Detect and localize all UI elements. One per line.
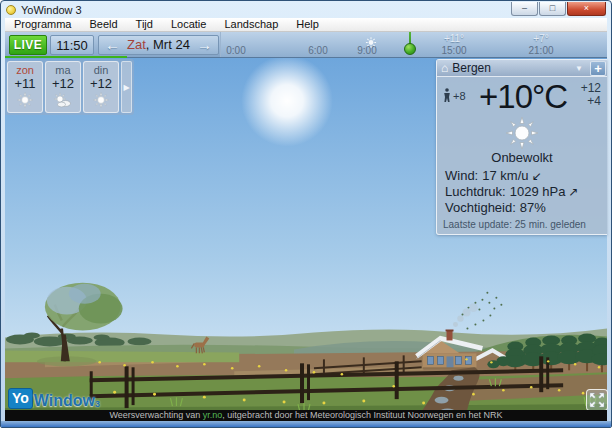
app-icon: [6, 5, 16, 15]
tick-2100: 21:00: [528, 45, 553, 56]
last-update: Laatste update: 25 min. geleden: [437, 216, 607, 234]
logo-version: 3: [95, 400, 100, 409]
sun-icon: [8, 91, 42, 109]
temperature-block: +8 +10°C +12 +4: [437, 77, 607, 114]
expand-arrows-icon: [589, 392, 605, 408]
date-weekday: Zat: [127, 37, 146, 52]
prev-day-arrow[interactable]: ←: [105, 36, 120, 54]
day-temp: +12: [46, 76, 80, 91]
add-location-button[interactable]: +: [590, 61, 606, 76]
condition-text: Onbewolkt: [437, 150, 607, 166]
time-slider-track[interactable]: 0:00 6:00 9:00 15:00 21:00 +11° +7°: [220, 32, 607, 57]
day-name: din: [84, 64, 118, 76]
timeline-temp-21h: +7°: [533, 33, 548, 44]
menu-bar: Programma Beeld Tijd Locatie Landschap H…: [5, 18, 607, 32]
timeline-temp-15h: +11°: [444, 33, 464, 44]
pressure-row: Luchtdruk:1029 hPa↗: [445, 184, 607, 200]
yrno-link[interactable]: yr.no: [203, 410, 223, 420]
forecast-day-sunday[interactable]: zon +11: [7, 61, 43, 113]
window-controls: – □ ×: [511, 2, 606, 16]
humidity-label: Vochtigheid:: [445, 200, 516, 215]
sun-icon: [84, 91, 118, 109]
title-bar[interactable]: YoWindow 3 – □ ×: [1, 1, 611, 18]
location-selector[interactable]: ⌂ Bergen ▼ +: [437, 60, 607, 77]
menu-locatie[interactable]: Locatie: [162, 18, 215, 31]
current-temperature: +10°C: [466, 80, 581, 114]
tick-1500: 15:00: [441, 45, 466, 56]
maximize-button[interactable]: □: [539, 2, 566, 16]
logo-yo-badge: Yo: [8, 388, 33, 409]
day-temp: +12: [84, 76, 118, 91]
menu-programma[interactable]: Programma: [5, 18, 80, 31]
wind-row: Wind:17 km/u↙: [445, 168, 607, 184]
day-name: zon: [8, 64, 42, 76]
day-temp: +11: [8, 76, 42, 91]
toolbar: LIVE 11:50 ← Zat, Mrt 24 → 0:00 6:00 9:0…: [5, 32, 607, 58]
attribution-suffix: , uitgebracht door het Meteorologisch In…: [222, 410, 502, 420]
slider-ball[interactable]: [404, 43, 416, 55]
wind-direction-arrow: ↙: [531, 169, 541, 183]
day-name: ma: [46, 64, 80, 76]
sun-behind-cloud-icon: [46, 91, 80, 109]
logo-window-text: Window: [34, 393, 95, 409]
window-frame-bottom: [1, 421, 611, 427]
date-rest: , Mrt 24: [146, 37, 190, 52]
person-icon: [443, 88, 451, 103]
high-low: +12 +4: [581, 82, 601, 108]
menu-beeld[interactable]: Beeld: [80, 18, 126, 31]
pressure-label: Luchtdruk:: [445, 184, 506, 199]
close-button[interactable]: ×: [567, 2, 606, 16]
current-date: Zat, Mrt 24: [127, 37, 190, 52]
yowindow-logo: Yo Window 3: [8, 388, 100, 409]
chevron-down-icon[interactable]: ▼: [575, 64, 583, 73]
menu-help[interactable]: Help: [287, 18, 328, 31]
toolbar-left: LIVE 11:50 ← Zat, Mrt 24 →: [5, 32, 219, 57]
minimize-button[interactable]: –: [511, 2, 538, 16]
app-window: YoWindow 3 – □ × Programma Beeld Tijd Lo…: [0, 0, 612, 428]
live-button[interactable]: LIVE: [9, 35, 47, 55]
feels-like-value: +8: [453, 90, 466, 102]
menu-landschap[interactable]: Landschap: [215, 18, 287, 31]
sun: [241, 58, 333, 147]
forecast-panel: zon +11 ma +12 din +12 ▶: [5, 59, 134, 115]
forecast-day-tuesday[interactable]: din +12: [83, 61, 119, 113]
forecast-day-monday[interactable]: ma +12: [45, 61, 81, 113]
weather-details: Wind:17 km/u↙ Luchtdruk:1029 hPa↗ Vochti…: [437, 166, 607, 216]
update-value: 25 min. geleden: [515, 219, 586, 230]
fullscreen-button[interactable]: [586, 389, 608, 411]
humidity-row: Vochtigheid:87%: [445, 200, 607, 216]
tick-0600: 6:00: [308, 45, 327, 56]
tick-0000: 0:00: [226, 45, 245, 56]
next-day-arrow[interactable]: →: [197, 36, 212, 54]
feels-like: +8: [443, 88, 466, 103]
time-slider-handle[interactable]: [404, 32, 416, 55]
pressure-trend-arrow: ↗: [568, 185, 578, 199]
live-mode-indicator: [5, 56, 127, 58]
weather-panel: ⌂ Bergen ▼ + +8 +10°C +12 +4 Onbewolkt W…: [436, 59, 607, 235]
attribution-bar: Weersverwachting van yr.no, uitgebracht …: [5, 410, 607, 421]
date-navigator: ← Zat, Mrt 24 →: [98, 35, 219, 55]
humidity-value: 87%: [520, 200, 546, 215]
attribution-prefix: Weersverwachting van: [109, 410, 202, 420]
wind-value: 17 km/u: [482, 168, 528, 183]
forecast-expand-button[interactable]: ▶: [121, 61, 132, 113]
timeline-sun-icon: [366, 34, 377, 52]
location-name: Bergen: [452, 61, 575, 75]
low-temp: +4: [587, 94, 601, 108]
home-icon: ⌂: [441, 61, 448, 76]
wind-label: Wind:: [445, 168, 478, 183]
update-label: Laatste update:: [443, 219, 512, 230]
high-temp: +12: [581, 81, 601, 95]
window-title: YoWindow 3: [21, 4, 82, 16]
current-time: 11:50: [50, 35, 94, 55]
pressure-value: 1029 hPa: [510, 184, 566, 199]
condition-icon-sun: [437, 116, 607, 150]
menu-tijd[interactable]: Tijd: [127, 18, 162, 31]
